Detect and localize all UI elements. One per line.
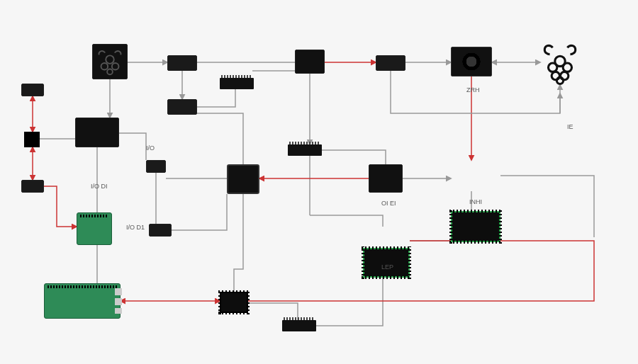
connection — [119, 133, 146, 160]
component-n_bar2 — [288, 144, 322, 156]
component-n_chip_sm — [220, 292, 248, 313]
component-n_mod_a2 — [167, 99, 197, 115]
svg-point-6 — [106, 55, 114, 64]
component-n_bar3 — [282, 320, 316, 331]
component-n_s_m2 — [149, 224, 172, 237]
connection — [500, 176, 594, 237]
component-n_sq2 — [369, 164, 403, 193]
node-label: I/O D1 — [126, 224, 145, 231]
connection — [248, 241, 594, 301]
node-label: I/O — [146, 144, 155, 152]
component-n_tiny — [24, 132, 40, 147]
connection — [197, 113, 243, 164]
connection — [44, 186, 77, 227]
component-n_bar1 — [220, 78, 254, 89]
connection — [197, 89, 235, 107]
node-label: IE — [567, 123, 573, 130]
node-label: INHI — [469, 198, 482, 205]
component-n_s_tl2 — [21, 180, 44, 193]
component-n_s_tl1 — [21, 84, 44, 96]
svg-point-12 — [563, 63, 571, 72]
node-label: I/O DI — [91, 183, 108, 190]
component-n_rpi_sm — [77, 212, 112, 245]
component-n_mod_b — [295, 50, 325, 74]
node-label: ZRH — [466, 86, 480, 93]
svg-point-9 — [107, 69, 113, 75]
component-n_cam — [451, 47, 492, 76]
raspberry-pi-logo-icon — [540, 41, 580, 85]
component-n_mod_c — [376, 55, 405, 71]
connection — [310, 215, 383, 227]
component-n_soc1 — [75, 118, 119, 147]
component-n_mod_a1 — [167, 55, 197, 71]
component-n_chipG1 — [363, 248, 410, 278]
svg-point-8 — [112, 63, 119, 70]
diagram-canvas: { "nodes": [ {"id":"n_rpi_tile", "kind":… — [0, 0, 638, 364]
connection — [234, 194, 243, 292]
svg-point-11 — [548, 63, 556, 72]
component-n_square — [227, 164, 259, 194]
component-n_chipG2 — [451, 211, 500, 242]
svg-point-15 — [556, 77, 563, 84]
svg-point-7 — [101, 63, 108, 70]
connection — [172, 194, 227, 230]
component-n_s_m1 — [146, 160, 166, 173]
connection — [322, 150, 386, 164]
node-label: LEP — [381, 263, 393, 271]
component-n_rpi_tile — [92, 44, 128, 79]
node-label: OI EI — [381, 200, 396, 207]
component-n_rpi_big — [44, 283, 121, 319]
